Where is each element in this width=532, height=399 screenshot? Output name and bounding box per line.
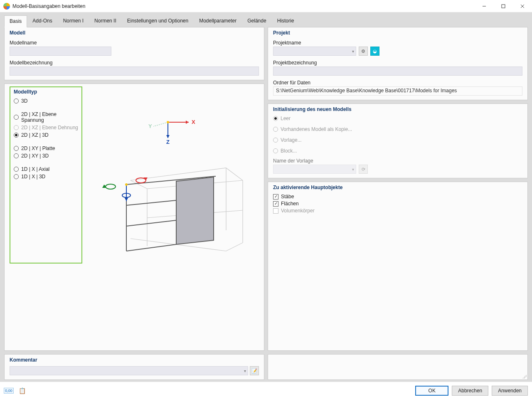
tab-label: Basis (10, 18, 22, 24)
tab-gelaende[interactable]: Gelände (242, 15, 271, 27)
hauptobjekte-checkboxes: StäbeFlächenVolumenkörper (273, 194, 522, 214)
hauptobjekt-checkbox[interactable]: Flächen (273, 201, 522, 207)
label-vorlagename: Name der Vorlage (273, 158, 522, 164)
modellname-input[interactable] (10, 47, 111, 56)
section-title: Kommentar (10, 357, 259, 363)
modelltyp-radio[interactable]: 2D | XY | Platte (14, 145, 78, 151)
section-title: Modell (10, 30, 259, 36)
modelltyp-radio[interactable]: 1D | X | 3D (14, 174, 78, 180)
section-title: Zu aktivierende Hauptobjekte (273, 185, 522, 190)
apply-button[interactable]: Anwenden (492, 386, 528, 396)
ok-button[interactable]: OK (415, 386, 448, 396)
modelltyp-radio[interactable]: 2D | XZ | 3D (14, 132, 78, 138)
refresh-template-button: ⟳ (359, 165, 368, 174)
window-title: Modell-Basisangaben bearbeiten (12, 3, 85, 9)
projektname-combo[interactable]: ▾ (273, 47, 356, 56)
init-radio: Vorhandenes Modell als Kopie... (273, 126, 522, 132)
radio-icon (14, 133, 19, 138)
clipboard-button[interactable]: 📋 (17, 387, 27, 394)
wireframe-preview-icon (101, 155, 251, 264)
tab-normen2[interactable]: Normen II (89, 15, 122, 27)
checkbox-label: Stäbe (281, 194, 294, 200)
svg-line-8 (153, 122, 168, 126)
ordner-path: S:\NetGenium\Web\Knowledge Base\Knowledg… (273, 86, 522, 96)
kommentar-edit-button[interactable]: 📝 (250, 366, 259, 375)
svg-marker-10 (176, 177, 214, 244)
radio-label: 2D | XZ | Ebene Dehnung (21, 125, 78, 131)
label-projektbezeichnung: Projektbezeichnung (273, 60, 522, 66)
axis-z-label: Z (166, 139, 170, 145)
radio-icon (14, 174, 19, 179)
svg-rect-1 (502, 5, 505, 8)
init-radio: Vorlage... (273, 137, 522, 143)
button-label: OK (429, 388, 436, 394)
radio-label: 3D (21, 98, 27, 104)
label-ordner: Ordner für Daten (273, 80, 522, 86)
checkbox-icon (273, 201, 278, 207)
app-icon (3, 3, 10, 10)
resize-grip-icon[interactable] (522, 374, 527, 379)
folder-gear-icon: ⚙ (361, 49, 365, 54)
tab-label: Einstellungen und Optionen (127, 18, 188, 24)
footer: 0,00 📋 OK Abbrechen Anwenden (0, 382, 532, 399)
radio-label: 2D | XY | 3D (21, 153, 49, 159)
axis-y-label: Y (148, 123, 152, 129)
radio-label: Leer (281, 116, 291, 121)
radio-icon (273, 116, 278, 121)
section-title: Projekt (273, 30, 522, 36)
radio-icon (14, 167, 19, 172)
checkbox-label: Volumenkörper (281, 208, 315, 214)
tab-basis[interactable]: Basis (4, 15, 27, 27)
init-radios: LeerVorhandenes Modell als Kopie...Vorla… (273, 116, 522, 154)
units-icon: 0,00 (4, 388, 14, 394)
refresh-icon: ⟳ (362, 167, 365, 172)
tab-label: Gelände (247, 18, 266, 24)
svg-point-9 (167, 121, 169, 123)
panel-hauptobjekte: Zu aktivierende Hauptobjekte StäbeFläche… (268, 182, 528, 351)
maximize-button[interactable] (494, 0, 513, 12)
modelltyp-radio[interactable]: 2D | XZ | Ebene Spannung (14, 111, 78, 123)
section-title: Initialisierung des neuen Modells (273, 106, 522, 112)
tab-historie[interactable]: Historie (272, 15, 300, 27)
kommentar-combo[interactable]: ▾ (10, 366, 248, 375)
projektbezeichnung-input[interactable] (273, 66, 522, 76)
modelltyp-radio[interactable]: 1D | X | Axial (14, 166, 78, 172)
radio-label: 2D | XZ | 3D (21, 132, 49, 138)
tab-normen1[interactable]: Normen I (58, 15, 89, 27)
radio-label: 1D | X | Axial (21, 166, 49, 172)
close-button[interactable] (513, 0, 532, 12)
project-manager-button[interactable]: ⚙ (359, 47, 368, 56)
tab-modellparameter[interactable]: Modellparameter (194, 15, 242, 27)
project-cloud-button[interactable]: ◒ (370, 47, 379, 56)
radio-icon (14, 99, 19, 103)
tab-addons[interactable]: Add-Ons (27, 15, 57, 27)
minimize-button[interactable] (475, 0, 494, 12)
panel-modelltyp: Modelltyp 3D2D | XZ | Ebene Spannung2D |… (4, 84, 264, 351)
hauptobjekt-checkbox[interactable]: Stäbe (273, 194, 522, 200)
label-modellname: Modellname (10, 40, 259, 46)
modellbezeichnung-input[interactable] (10, 66, 259, 76)
tab-label: Normen II (94, 18, 116, 24)
minimize-icon (482, 4, 486, 8)
svg-point-18 (125, 183, 128, 186)
checkbox-icon (273, 194, 278, 200)
panel-kommentar: Kommentar ▾ 📝 (4, 354, 264, 380)
modelltyp-radio[interactable]: 3D (14, 98, 78, 104)
radio-icon (14, 115, 19, 120)
tab-label: Historie (277, 18, 294, 24)
close-icon (520, 4, 525, 8)
cancel-button[interactable]: Abbrechen (452, 386, 488, 396)
chevron-down-icon: ▾ (244, 369, 246, 373)
modelltyp-radio[interactable]: 2D | XY | 3D (14, 153, 78, 159)
svg-marker-7 (166, 135, 170, 138)
tab-einstellungen[interactable]: Einstellungen und Optionen (122, 15, 194, 27)
units-button[interactable]: 0,00 (4, 387, 13, 394)
content: Modell Modellname Modellbezeichnung Mode… (0, 27, 532, 382)
titlebar: Modell-Basisangaben bearbeiten (0, 0, 532, 12)
radio-label: 2D | XZ | Ebene Spannung (21, 111, 78, 123)
modelltyp-highlight: Modelltyp 3D2D | XZ | Ebene Spannung2D |… (10, 86, 82, 264)
note-icon: 📝 (251, 368, 257, 374)
section-title: Modelltyp (14, 89, 78, 95)
maximize-icon (501, 4, 505, 8)
radio-icon (273, 127, 278, 132)
